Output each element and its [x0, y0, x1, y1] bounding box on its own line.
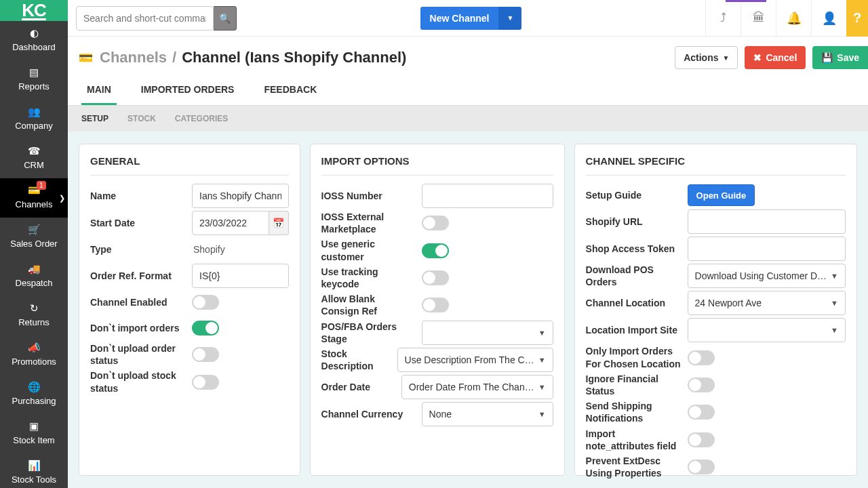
logout-icon[interactable]: ⤴	[705, 0, 741, 37]
nav-icon: 📣	[3, 342, 65, 352]
nav-label: Sales Order	[10, 239, 57, 249]
nav-icon: ☎	[3, 146, 65, 156]
shopify-url-input[interactable]	[688, 209, 846, 234]
ignore-financial-toggle[interactable]	[688, 378, 715, 392]
open-guide-button[interactable]: Open Guide	[688, 184, 755, 206]
sidebar-item-returns[interactable]: ↻Returns	[0, 296, 68, 336]
ioss-input[interactable]	[422, 184, 553, 208]
breadcrumb: Channels / Channel (Ians Shopify Channel…	[100, 49, 406, 66]
nav-icon: 💳	[3, 185, 65, 195]
sidebar-item-despatch[interactable]: 🚚Despatch	[0, 257, 68, 296]
nav-label: Company	[15, 121, 53, 131]
sidebar-item-reports[interactable]: ▤Reports	[0, 60, 68, 100]
subtab-stock[interactable]: STOCK	[127, 114, 156, 123]
panel-channel-specific: CHANNEL SPECIFIC Setup GuideOpen Guide S…	[574, 144, 857, 476]
sidebar: KC ◐Dashboard▤Reports👥Company☎CRM💳Channe…	[0, 0, 68, 488]
nav-label: Despatch	[16, 278, 53, 288]
channel-enabled-toggle[interactable]	[192, 295, 219, 310]
sidebar-item-channels[interactable]: 💳Channels1❯	[0, 178, 68, 218]
chevron-down-icon: ▼	[831, 299, 838, 307]
order-date-select[interactable]: Order Date From The Chan…▼	[401, 375, 553, 399]
nav-label: Returns	[18, 317, 50, 327]
extdesc-toggle[interactable]	[688, 460, 715, 474]
sidebar-item-dashboard[interactable]: ◐Dashboard	[0, 21, 68, 60]
cancel-button[interactable]: ✖Cancel	[745, 46, 806, 69]
topbar: 🔍 New Channel ▼ ⤴ 🏛 🔔 👤 ?	[68, 0, 868, 37]
channel-location-select[interactable]: 24 Newport Ave▼	[688, 291, 846, 315]
shipping-notif-toggle[interactable]	[688, 405, 715, 420]
ioss-external-toggle[interactable]	[422, 216, 449, 230]
consign-toggle[interactable]	[422, 298, 449, 312]
brand-logo[interactable]: KC	[0, 0, 68, 21]
nav-icon: 👥	[3, 106, 65, 117]
chevron-down-icon: ▼	[722, 54, 729, 62]
dont-upload-stock-toggle[interactable]	[192, 375, 219, 390]
sidebar-item-purchasing[interactable]: 🌐Purchasing	[0, 375, 68, 414]
sidebar-item-stock-tools[interactable]: 📊Stock Tools	[0, 453, 68, 488]
chevron-down-icon: ▼	[538, 356, 546, 364]
save-icon: 💾	[821, 52, 833, 63]
tab-feedback[interactable]: FEEDBACK	[258, 76, 322, 105]
nav-label: Stock Tools	[12, 474, 56, 485]
nav-label: Purchasing	[12, 396, 56, 406]
tracking-keycode-toggle[interactable]	[422, 270, 449, 285]
notifications-icon[interactable]: 🔔	[776, 0, 811, 37]
nav-icon: 🌐	[3, 382, 65, 392]
avatar[interactable]: 👤	[811, 0, 846, 37]
currency-select[interactable]: None▼	[422, 402, 553, 426]
help-button[interactable]: ?	[846, 0, 868, 37]
subtab-categories[interactable]: CATEGORIES	[175, 114, 228, 123]
secondary-tabs: SETUPSTOCKCATEGORIES	[68, 106, 868, 131]
close-icon: ✖	[753, 52, 762, 63]
search-icon: 🔍	[219, 13, 231, 24]
building-icon[interactable]: 🏛	[741, 0, 776, 37]
tab-imported-orders[interactable]: IMPORTED ORDERS	[136, 76, 240, 105]
only-location-toggle[interactable]	[688, 350, 715, 365]
access-token-input[interactable]	[688, 237, 846, 261]
chevron-down-icon: ▼	[507, 14, 514, 22]
nav-icon: ◐	[3, 28, 65, 38]
subtab-setup[interactable]: SETUP	[81, 114, 108, 123]
generic-customer-toggle[interactable]	[422, 243, 449, 258]
import-site-select[interactable]: ▼	[688, 318, 846, 342]
tab-main[interactable]: MAIN	[81, 76, 117, 105]
nav-label: Dashboard	[12, 42, 56, 52]
panel-title: GENERAL	[90, 155, 289, 176]
sidebar-item-sales-order[interactable]: 🛒Sales Order	[0, 218, 68, 257]
nav-label: Promotions	[12, 357, 56, 367]
sidebar-item-crm[interactable]: ☎CRM	[0, 139, 68, 178]
search-button[interactable]: 🔍	[214, 6, 237, 30]
sidebar-item-promotions[interactable]: 📣Promotions	[0, 336, 68, 375]
calendar-icon: 📅	[273, 218, 284, 228]
new-channel-dropdown[interactable]: ▼	[498, 7, 521, 30]
search-input[interactable]	[76, 6, 214, 30]
chevron-down-icon: ▼	[538, 410, 546, 418]
chevron-down-icon: ▼	[831, 326, 838, 334]
date-picker-button[interactable]: 📅	[269, 211, 289, 235]
note-attr-toggle[interactable]	[688, 432, 715, 447]
order-ref-input[interactable]	[192, 264, 289, 288]
pos-stage-select[interactable]: ▼	[422, 321, 553, 345]
new-channel-button[interactable]: New Channel	[420, 7, 499, 30]
name-input[interactable]	[192, 184, 289, 208]
breadcrumb-root[interactable]: Channels	[100, 49, 167, 66]
stock-desc-select[interactable]: Use Description From The C…▼	[397, 348, 553, 372]
dont-import-toggle[interactable]	[192, 321, 219, 336]
chevron-down-icon: ▼	[538, 383, 546, 391]
dont-upload-order-toggle[interactable]	[192, 347, 219, 362]
sidebar-item-stock-item[interactable]: ▣Stock Item	[0, 414, 68, 453]
nav-label: Stock Item	[13, 435, 54, 445]
nav-label: CRM	[24, 160, 44, 170]
channel-icon: 💳	[79, 51, 93, 65]
pos-orders-select[interactable]: Download Using Customer D…▼	[688, 264, 846, 288]
nav-icon: ▣	[3, 421, 65, 431]
save-button[interactable]: 💾Save	[812, 46, 868, 69]
primary-tabs: MAINIMPORTED ORDERSFEEDBACK	[68, 76, 868, 106]
actions-button[interactable]: Actions▼	[675, 46, 738, 69]
sidebar-item-company[interactable]: 👥Company	[0, 100, 68, 139]
page-title: Channel (Ians Shopify Channel)	[182, 49, 406, 66]
nav-icon: 🛒	[3, 224, 65, 235]
chevron-down-icon: ▼	[831, 272, 838, 280]
start-date-input[interactable]	[192, 211, 269, 235]
nav-label: Reports	[18, 81, 50, 92]
